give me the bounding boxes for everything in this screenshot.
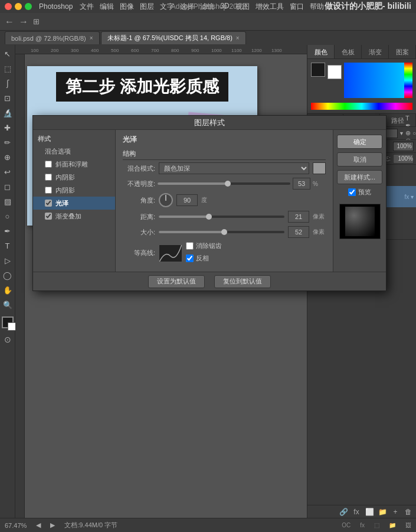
distance-slider-track[interactable] [159,216,284,218]
delete-layer-button[interactable]: 🗑 [403,507,414,517]
menu-file[interactable]: 文件 [80,2,94,12]
tabs-bar: boli.psd @ 72.8%(RGB/8) × 未标题-1 @ 67.5%(… [0,31,416,45]
add-style-button[interactable]: fx [351,507,362,517]
menu-window[interactable]: 窗口 [290,2,304,12]
distance-thumb[interactable] [206,214,212,220]
pen-tool[interactable]: ✒ [1,224,14,237]
inner-glow-checkbox2[interactable] [45,187,52,194]
preview-checkbox[interactable] [348,188,356,196]
anti-alias-label: 消除锯齿 [196,241,222,250]
menu-layer[interactable]: 图层 [140,2,154,12]
tab-untitled[interactable]: 未标题-1 @ 67.5%(UISDC 拷贝 14, RGB/8) × [101,31,246,44]
cancel-button[interactable]: 取消 [337,152,382,167]
blend-mode-dialog-select[interactable]: 颜色加深 正常 正片叠底 [159,162,309,174]
gradient-overlay-checkbox[interactable] [45,213,52,220]
spectrum-bar[interactable] [311,103,412,110]
gloss-checkbox[interactable] [45,200,52,207]
link-layers-button[interactable]: 🔗 [338,507,349,517]
fill-input[interactable] [393,154,414,164]
close-tab-untitled[interactable]: × [236,35,240,41]
invert-row: 反相 [186,254,222,263]
filter-toggle[interactable]: ○ [412,130,416,136]
zoom-arrow-right[interactable]: ▶ [50,521,55,529]
dialog-footer: 设置为默认值 复位到默认值 [33,272,386,291]
menu-help[interactable]: 帮助 [310,2,324,12]
type-tool[interactable]: T [1,239,14,252]
menu-image[interactable]: 图像 [120,2,134,12]
move-tool[interactable]: ↖ [1,47,14,60]
crop-tool[interactable]: ⊡ [1,92,14,105]
contour-picker[interactable] [159,244,182,262]
lasso-tool[interactable]: ʃ [1,77,14,90]
opacity-slider-thumb[interactable] [225,181,231,187]
filter-type-icon[interactable]: ▼ [399,130,404,136]
ok-button[interactable]: 确定 [337,135,382,149]
shape-tool[interactable]: ◯ [1,269,14,282]
bevel-checkbox[interactable] [45,161,52,168]
size-unit: 像素 [313,228,326,236]
size-thumb[interactable] [221,229,227,235]
invert-checkbox[interactable] [186,254,194,262]
tab-swatches[interactable]: 色板 [335,45,362,58]
bevel-emboss-item[interactable]: 斜面和浮雕 [33,158,115,171]
tab-color[interactable]: 颜色 [307,45,335,58]
inner-glow-checkbox1[interactable] [45,174,52,181]
opacity-slider-value[interactable] [293,178,310,190]
hand-tool[interactable]: ✋ [1,283,14,296]
opacity-slider-track[interactable] [158,182,290,185]
foreground-swatch[interactable] [311,63,325,77]
blend-color-swatch[interactable] [313,162,326,174]
select-tool[interactable]: ⬚ [1,62,14,75]
close-tab-boli[interactable]: × [90,35,93,41]
background-swatch[interactable] [327,65,342,79]
path-select-tool[interactable]: ▷ [1,254,14,267]
gradient-overlay-item[interactable]: 渐变叠加 [33,210,115,223]
reset-default-button[interactable]: 复位到默认值 [214,275,271,288]
angle-dial[interactable] [159,193,173,207]
set-default-button[interactable]: 设置为默认值 [148,275,205,288]
new-group-button[interactable]: 📁 [377,507,388,517]
healing-tool[interactable]: ✚ [1,121,14,134]
tab-boli[interactable]: boli.psd @ 72.8%(RGB/8) × [5,31,100,44]
add-mask-button[interactable]: ⬜ [364,507,375,517]
size-slider-track[interactable] [159,231,284,233]
history-brush[interactable]: ↩ [1,165,14,178]
doc-size: 文档:9.44M/0 字节 [64,521,117,530]
angle-input[interactable] [176,194,198,206]
tab-patterns[interactable]: 图案 [389,45,416,58]
blend-options-item[interactable]: 混合选项 [33,145,115,158]
eraser-tool[interactable]: ◻ [1,180,14,193]
zoom-arrow-left[interactable]: ◀ [36,521,41,529]
inner-glow-item1[interactable]: 内阴影 [33,171,115,184]
layer-style-dialog[interactable]: 图层样式 样式 混合选项 斜面和浮雕 内阴影 内阴影 光泽 [32,115,386,291]
maximize-button[interactable] [25,3,32,10]
forward-icon[interactable]: → [19,17,28,27]
new-layer-button[interactable]: + [390,507,401,517]
new-style-button[interactable]: 新建样式... [337,170,382,184]
workspace-icon[interactable]: ⊞ [33,17,40,26]
options-toolbar: ← → ⊞ [0,13,416,31]
ruler-horizontal: 100 200 300 400 500 600 700 800 900 1000… [15,45,307,54]
eyedropper-tool[interactable]: 🔬 [1,106,14,119]
foreground-color[interactable] [2,316,14,328]
color-gradient-picker[interactable] [344,63,412,98]
dodge-tool[interactable]: ○ [1,210,14,223]
distance-input[interactable] [288,211,309,223]
app-name: Photoshop [39,2,73,11]
quick-mask[interactable]: ⊙ [4,335,11,344]
minimize-button[interactable] [15,3,22,10]
menu-edit[interactable]: 编辑 [100,2,114,12]
close-button[interactable] [5,3,12,10]
anti-alias-checkbox[interactable] [186,242,194,250]
tab-gradients[interactable]: 渐变 [362,45,389,58]
menu-plugins[interactable]: 增效工具 [256,2,284,12]
size-input[interactable] [288,226,309,238]
clone-tool[interactable]: ⊕ [1,151,14,164]
gradient-tool[interactable]: ▨ [1,195,14,208]
brush-tool[interactable]: ✏ [1,136,14,149]
zoom-tool[interactable]: 🔍 [1,298,14,311]
back-icon[interactable]: ← [5,17,14,27]
gloss-item[interactable]: 光泽 [33,197,115,210]
inner-glow-item2[interactable]: 内阴影 [33,184,115,197]
opacity-input[interactable] [393,142,414,151]
